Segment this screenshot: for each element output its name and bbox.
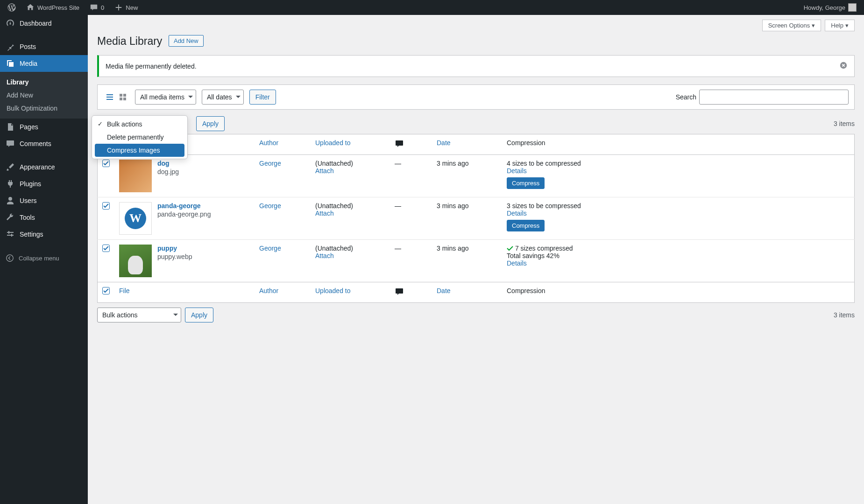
view-grid-button[interactable] (116, 91, 129, 104)
col-comments[interactable] (390, 134, 432, 155)
comment-icon (6, 139, 15, 148)
row-checkbox[interactable] (102, 160, 110, 167)
attach-link[interactable]: Attach (315, 252, 334, 259)
items-count: 3 items (834, 120, 855, 127)
add-new-button[interactable]: Add New (169, 35, 204, 47)
date-cell: 3 mins ago (432, 155, 502, 197)
list-icon (105, 92, 114, 102)
compression-savings: Total savings 42% (507, 252, 559, 259)
media-thumbnail[interactable] (119, 160, 152, 192)
user-avatar (848, 3, 857, 12)
search-label: Search (676, 93, 696, 101)
wp-logo[interactable] (4, 0, 20, 15)
table-row: puppy puppy.webp George (Unattached)Atta… (98, 240, 855, 282)
compression-status: 4 sizes to be compressed (507, 160, 581, 167)
media-filename: puppy.webp (157, 253, 192, 260)
date-cell: 3 mins ago (432, 197, 502, 240)
media-thumbnail[interactable]: W (119, 202, 152, 235)
sidebar-item-posts[interactable]: Posts (0, 38, 88, 55)
bulk-actions-dropdown[interactable]: Bulk actions Delete permanently Compress… (92, 115, 188, 159)
media-title-link[interactable]: puppy (157, 245, 177, 252)
sidebar-item-media[interactable]: Media (0, 55, 88, 72)
date-filter[interactable]: All dates (202, 90, 244, 105)
chevron-down-icon (188, 96, 193, 100)
col-uploaded-to[interactable]: Uploaded to (311, 134, 390, 155)
author-link[interactable]: George (259, 245, 281, 252)
comments-cell: — (390, 197, 432, 240)
screen-options-toggle[interactable]: Screen Options ▾ (762, 20, 822, 31)
new-content-link[interactable]: New (111, 0, 142, 15)
bulk-option-compress[interactable]: Compress Images (95, 144, 184, 157)
comments-cell: — (390, 240, 432, 282)
compress-button[interactable]: Compress (507, 177, 545, 189)
sidebar-item-plugins[interactable]: Plugins (0, 175, 88, 192)
date-cell: 3 mins ago (432, 240, 502, 282)
sidebar-item-appearance[interactable]: Appearance (0, 159, 88, 175)
col-author[interactable]: Author (255, 282, 311, 303)
media-title-link[interactable]: panda-george (157, 202, 201, 210)
col-file[interactable]: File (114, 282, 255, 303)
sidebar-item-users[interactable]: Users (0, 192, 88, 209)
pages-icon (6, 122, 15, 132)
media-filename: panda-george.png (157, 210, 211, 218)
sidebar-item-pages[interactable]: Pages (0, 119, 88, 135)
search-input[interactable] (699, 90, 849, 105)
attach-link[interactable]: Attach (315, 210, 334, 217)
row-checkbox[interactable] (102, 245, 110, 252)
plug-icon (6, 179, 15, 189)
apply-bulk-button-bottom[interactable]: Apply (185, 308, 213, 322)
compression-status: 3 sizes to be compressed (507, 202, 581, 210)
bulk-option-bulk-actions[interactable]: Bulk actions (92, 118, 187, 131)
compress-button[interactable]: Compress (507, 220, 545, 231)
dashboard-icon (6, 19, 15, 28)
dismiss-notice-button[interactable] (839, 61, 848, 71)
bulk-actions-select-bottom[interactable]: Bulk actions (97, 308, 181, 322)
howdy-text: Howdy, George (804, 4, 845, 11)
sidebar-subitem-add-new[interactable]: Add New (0, 89, 88, 102)
user-icon (6, 196, 15, 205)
sliders-icon (6, 230, 15, 239)
details-link[interactable]: Details (507, 259, 527, 267)
author-link[interactable]: George (259, 202, 281, 210)
sidebar-item-comments[interactable]: Comments (0, 135, 88, 152)
sidebar-subitem-library[interactable]: Library (0, 76, 88, 89)
col-date[interactable]: Date (432, 282, 502, 303)
row-checkbox[interactable] (102, 202, 110, 210)
media-thumbnail[interactable] (119, 245, 152, 277)
home-icon (26, 3, 35, 12)
sidebar-item-dashboard[interactable]: Dashboard (0, 15, 88, 32)
chevron-down-icon (173, 314, 178, 318)
col-uploaded-to[interactable]: Uploaded to (311, 282, 390, 303)
view-list-button[interactable] (103, 91, 116, 104)
filter-button[interactable]: Filter (249, 90, 276, 105)
details-link[interactable]: Details (507, 210, 527, 217)
admin-sidebar: Dashboard Posts Media Library Add New Bu… (0, 15, 88, 504)
attachment-status: (Unattached) (315, 245, 353, 252)
sidebar-subitem-bulk-optimization[interactable]: Bulk Optimization (0, 102, 88, 115)
comments-link[interactable]: 0 (86, 0, 108, 15)
tablenav-bottom: Bulk actions Apply 3 items (97, 308, 855, 322)
media-type-filter[interactable]: All media items (135, 90, 196, 105)
user-account-menu[interactable]: Howdy, George (800, 0, 860, 15)
site-home-link[interactable]: WordPress Site (22, 0, 83, 15)
comment-icon (395, 287, 404, 296)
author-link[interactable]: George (259, 160, 281, 167)
select-all-checkbox-bottom[interactable] (102, 287, 110, 294)
media-filename: dog.jpg (157, 168, 179, 175)
check-icon (507, 245, 513, 252)
help-toggle[interactable]: Help ▾ (825, 20, 855, 31)
bulk-option-delete[interactable]: Delete permanently (92, 131, 187, 144)
main-content: Screen Options ▾ Help ▾ Media Library Ad… (88, 15, 864, 504)
details-link[interactable]: Details (507, 167, 527, 175)
collapse-menu[interactable]: Collapse menu (0, 249, 88, 267)
attachment-status: (Unattached) (315, 160, 353, 167)
sidebar-item-settings[interactable]: Settings (0, 226, 88, 243)
apply-bulk-button[interactable]: Apply (196, 116, 225, 131)
sidebar-item-tools[interactable]: Tools (0, 209, 88, 226)
col-comments[interactable] (390, 282, 432, 303)
comment-icon (90, 3, 98, 12)
col-date[interactable]: Date (432, 134, 502, 155)
attach-link[interactable]: Attach (315, 167, 334, 175)
media-title-link[interactable]: dog (157, 160, 170, 167)
col-author[interactable]: Author (255, 134, 311, 155)
